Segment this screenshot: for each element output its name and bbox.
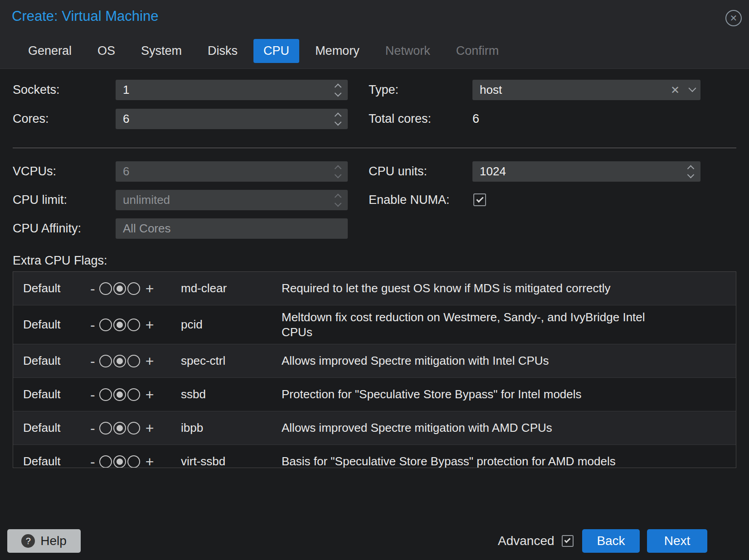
spinner-down-icon[interactable]	[334, 118, 341, 126]
flag-name: spec-ctrl	[181, 354, 282, 368]
increase-icon[interactable]: +	[146, 281, 154, 296]
flag-tristate-slider[interactable]: - +	[90, 421, 181, 435]
chevron-down-icon[interactable]	[689, 84, 696, 92]
radio-on-icon[interactable]	[127, 388, 140, 401]
increase-icon[interactable]: +	[146, 318, 154, 332]
cpu-limit-field: unlimited	[116, 190, 348, 210]
tab-disks[interactable]: Disks	[198, 39, 248, 63]
total-cores-value: 6	[472, 109, 479, 129]
cpu-limit-label: CPU limit:	[13, 190, 67, 210]
flag-tristate-slider[interactable]: - +	[90, 387, 181, 402]
flag-name: virt-ssbd	[181, 454, 282, 468]
flag-name: pcid	[181, 318, 282, 332]
flag-tristate-slider[interactable]: - +	[90, 318, 181, 332]
back-button[interactable]: Back	[582, 529, 640, 553]
cpu-affinity-label: CPU Affinity:	[13, 218, 81, 239]
sockets-spinner[interactable]	[332, 80, 343, 100]
decrease-icon[interactable]: -	[90, 354, 95, 368]
flag-tristate-slider[interactable]: - +	[90, 354, 181, 368]
radio-default-icon[interactable]	[113, 282, 126, 295]
table-row: Default - + spec-ctrl Allows improved Sp…	[13, 344, 736, 378]
cpu-limit-spinner	[332, 190, 343, 210]
enable-numa-label: Enable NUMA:	[369, 190, 450, 210]
flag-description: Required to let the guest OS know if MDS…	[282, 281, 690, 296]
radio-off-icon[interactable]	[99, 319, 112, 331]
next-button[interactable]: Next	[647, 529, 707, 553]
flag-state: Default	[23, 354, 90, 368]
advanced-checkbox[interactable]	[562, 535, 574, 547]
increase-icon[interactable]: +	[146, 354, 154, 368]
cores-spinner[interactable]	[332, 109, 343, 129]
clear-icon[interactable]: ✕	[671, 84, 680, 97]
tab-system[interactable]: System	[131, 39, 192, 63]
decrease-icon[interactable]: -	[90, 281, 95, 296]
spinner-down-icon[interactable]	[334, 89, 341, 97]
close-icon[interactable]: ✕	[725, 10, 742, 26]
radio-default-icon[interactable]	[113, 355, 126, 367]
radio-default-icon[interactable]	[113, 455, 126, 468]
flag-state: Default	[23, 281, 90, 295]
radio-off-icon[interactable]	[99, 455, 112, 468]
spinner-down-icon[interactable]	[687, 171, 694, 178]
cpu-units-label: CPU units:	[369, 161, 427, 182]
radio-off-icon[interactable]	[99, 388, 112, 401]
table-row: Default - + virt-ssbd Basis for "Specula…	[13, 445, 736, 468]
flag-tristate-slider[interactable]: - +	[90, 454, 181, 468]
type-combobox[interactable]: host ✕	[472, 80, 700, 100]
sockets-label: Sockets:	[13, 80, 60, 100]
cpu-limit-value: unlimited	[123, 190, 170, 210]
radio-on-icon[interactable]	[127, 282, 140, 295]
increase-icon[interactable]: +	[146, 387, 154, 402]
radio-default-icon[interactable]	[113, 422, 126, 434]
help-button[interactable]: ? Help	[7, 529, 81, 553]
cpu-flags-table: Default - + md-clear Required to let the…	[13, 271, 736, 468]
table-row: Default - + pcid Meltdown fix cost reduc…	[13, 305, 736, 344]
cpu-units-field[interactable]: 1024	[472, 161, 700, 182]
type-label: Type:	[369, 80, 399, 100]
decrease-icon[interactable]: -	[90, 454, 95, 468]
tab-bar: General OS System Disks CPU Memory Netwo…	[18, 39, 515, 63]
radio-off-icon[interactable]	[99, 422, 112, 434]
enable-numa-checkbox[interactable]	[473, 193, 486, 206]
tab-cpu[interactable]: CPU	[253, 39, 299, 63]
flag-state: Default	[23, 387, 90, 401]
cores-label: Cores:	[13, 109, 49, 129]
cpu-affinity-field[interactable]: All Cores	[116, 218, 348, 239]
flag-state: Default	[23, 421, 90, 435]
section-divider	[13, 148, 736, 148]
tab-memory[interactable]: Memory	[305, 39, 370, 63]
check-icon	[476, 195, 483, 203]
table-row: Default - + ssbd Protection for "Specula…	[13, 378, 736, 411]
advanced-label: Advanced	[498, 534, 554, 548]
cores-field[interactable]: 6	[116, 109, 348, 129]
cpu-affinity-placeholder: All Cores	[123, 218, 170, 239]
radio-off-icon[interactable]	[99, 282, 112, 295]
flag-name: ssbd	[181, 387, 282, 401]
check-icon	[564, 536, 570, 543]
tab-general[interactable]: General	[18, 39, 82, 63]
table-row: Default - + md-clear Required to let the…	[13, 272, 736, 305]
radio-on-icon[interactable]	[127, 455, 140, 468]
radio-on-icon[interactable]	[127, 319, 140, 331]
decrease-icon[interactable]: -	[90, 421, 95, 435]
close-glyph: ✕	[730, 14, 738, 23]
flag-tristate-slider[interactable]: - +	[90, 281, 181, 296]
radio-on-icon[interactable]	[127, 355, 140, 367]
radio-default-icon[interactable]	[113, 319, 126, 331]
increase-icon[interactable]: +	[146, 454, 154, 468]
decrease-icon[interactable]: -	[90, 387, 95, 402]
flag-state: Default	[23, 454, 90, 468]
increase-icon[interactable]: +	[146, 421, 154, 435]
cpu-units-spinner[interactable]	[685, 161, 696, 182]
radio-default-icon[interactable]	[113, 388, 126, 401]
flag-name: ibpb	[181, 421, 282, 435]
sockets-value: 1	[123, 80, 129, 100]
tab-os[interactable]: OS	[88, 39, 125, 63]
help-icon: ?	[21, 534, 35, 548]
tab-network: Network	[375, 39, 440, 63]
radio-on-icon[interactable]	[127, 422, 140, 434]
sockets-field[interactable]: 1	[116, 80, 348, 100]
flag-description: Meltdown fix cost reduction on Westmere,…	[282, 310, 690, 340]
decrease-icon[interactable]: -	[90, 318, 95, 332]
radio-off-icon[interactable]	[99, 355, 112, 367]
